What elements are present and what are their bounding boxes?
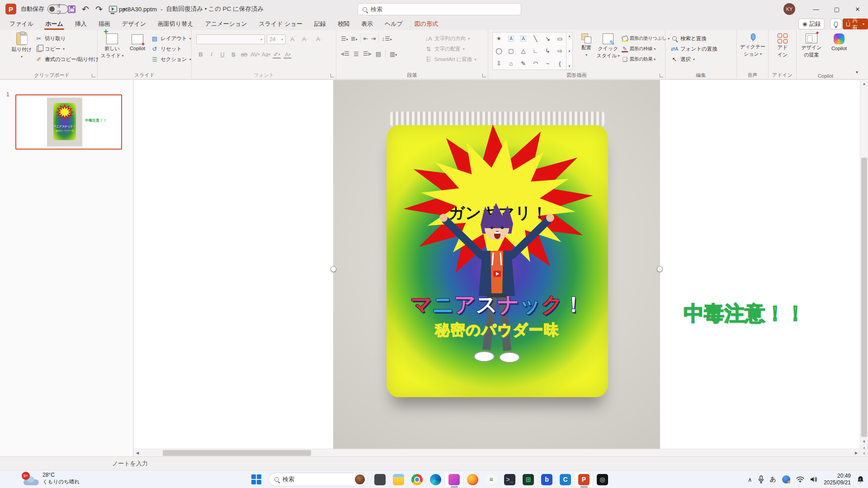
shape-option[interactable]: ╲ (534, 35, 538, 42)
taskbar-orange-ball-app[interactable] (463, 471, 482, 488)
clipboard-dialog-launcher[interactable] (92, 74, 95, 77)
snack-bag-picture[interactable]: ガンギマリ！ (333, 80, 660, 449)
ime-indicator[interactable]: あ (770, 475, 776, 483)
minimize-button[interactable]: — (806, 0, 826, 18)
text-shadow-button[interactable]: S (229, 50, 238, 59)
highlight-color-button[interactable]: ✐▾ (272, 50, 281, 59)
tab-ホーム[interactable]: ホーム (39, 18, 69, 30)
notes-bar[interactable]: ノートを入力 (0, 456, 868, 470)
taskbar-cyan-app[interactable]: C (556, 471, 575, 488)
scroll-left-icon[interactable]: ◀ (134, 449, 141, 457)
taskbar-search-box[interactable]: 検索 (269, 473, 368, 486)
taskbar-clock[interactable]: 20:49 2025/09/21 (824, 473, 851, 486)
quick-styles-button[interactable]: クイック スタイル▾ (596, 33, 620, 59)
start-button[interactable] (251, 474, 261, 484)
tab-挿入[interactable]: 挿入 (69, 18, 93, 30)
shape-option[interactable]: ▢ (508, 47, 514, 54)
vertical-scrollbar[interactable]: ▲ ▼ ∧ ∨ (860, 80, 868, 456)
columns-button[interactable]: ▥▾ (390, 51, 397, 57)
next-slide-icon[interactable]: ∨ (860, 450, 868, 457)
notification-bell-icon[interactable]: z (857, 475, 864, 483)
record-button[interactable]: ◉ 記録 (798, 19, 825, 29)
paragraph-dialog-launcher[interactable] (482, 74, 486, 77)
slide-side-text[interactable]: 中毒注意！！ (684, 300, 824, 327)
shape-option[interactable]: A (508, 36, 514, 42)
font-color-button[interactable]: A▾ (283, 50, 292, 59)
taskbar-terminal-app[interactable]: >_ (500, 471, 519, 488)
tab-図の形式[interactable]: 図の形式 (409, 18, 444, 30)
share-button[interactable]: 共有 ▾ (843, 19, 868, 29)
text-direction-button[interactable]: ↓A文字列の方向▾ (425, 34, 476, 43)
align-center-button[interactable]: ☰ (354, 51, 359, 57)
taskbar-blue-app[interactable]: b (538, 471, 556, 488)
font-name-combobox[interactable]: ▾ (196, 34, 265, 44)
tray-microphone-icon[interactable] (758, 475, 764, 483)
underline-button[interactable]: U (218, 50, 227, 59)
wifi-icon[interactable] (796, 476, 804, 483)
grow-font-button[interactable]: Aˆ (288, 34, 297, 43)
taskbar-file-explorer[interactable] (389, 471, 408, 488)
shape-option[interactable]: ↳ (545, 47, 550, 54)
paste-button[interactable]: 貼り付け ▾ (10, 33, 33, 60)
find-replace-button[interactable]: 検索と置換 (671, 34, 717, 43)
select-button[interactable]: ↖選択▾ (671, 55, 717, 64)
vertical-scroll-thumb[interactable] (861, 158, 867, 437)
bold-button[interactable]: B (196, 50, 205, 59)
replace-fonts-button[interactable]: ⇄Aフォントの置換 (671, 44, 717, 53)
shape-outline-button[interactable]: ✎図形の枠線▾ (621, 44, 665, 53)
taskbar-powerpoint[interactable]: P (575, 471, 593, 488)
cut-button[interactable]: ✂切り取り (35, 34, 99, 43)
tab-ヘルプ[interactable]: ヘルプ (379, 18, 409, 30)
shape-option[interactable]: ▭ (557, 35, 562, 42)
increase-indent-button[interactable]: ⇥ (371, 35, 376, 42)
tab-デザイン[interactable]: デザイン (116, 18, 152, 30)
hidden-icons-chevron-icon[interactable]: ∧ (748, 476, 752, 483)
shape-option[interactable]: ◠ (533, 60, 538, 67)
shape-option[interactable]: ↘ (545, 35, 550, 42)
align-text-button[interactable]: ⇅文字の配置▾ (425, 44, 476, 53)
new-slide-button[interactable]: 新しい スライド▾ (100, 33, 124, 59)
align-left-button[interactable]: ⫷☰ (341, 50, 349, 57)
shape-option[interactable]: { (559, 60, 561, 67)
maximize-button[interactable]: ▢ (826, 0, 847, 18)
format-painter-button[interactable]: ✐書式のコピー/貼り付け (35, 55, 99, 64)
taskbar-pink-app[interactable] (445, 471, 463, 488)
shapes-gallery-scroll[interactable]: ▴▾▾ (566, 32, 573, 70)
user-avatar[interactable]: KY (783, 3, 795, 15)
shape-effects-button[interactable]: ❏図形の効果▾ (621, 55, 665, 64)
numbering-button[interactable]: ≣▾ (351, 35, 358, 42)
slide-thumbnail[interactable]: マニアスナック！ 秘密のパウダー味 中毒注意！！ (15, 94, 122, 150)
italic-button[interactable]: I (207, 50, 216, 59)
designer-button[interactable]: デザイン の提案 (798, 33, 825, 58)
clear-formatting-button[interactable]: A◌ (315, 34, 324, 43)
character-spacing-button[interactable]: AV▾ (250, 50, 259, 59)
shape-option[interactable]: ∟ (533, 47, 538, 54)
reset-button[interactable]: ↺リセット (151, 44, 191, 53)
taskbar-weather-widget[interactable]: 9+ 28°C くもりのち晴れ (24, 472, 80, 485)
scroll-right-icon[interactable]: ▶ (853, 449, 860, 457)
shape-option[interactable]: △ (521, 47, 526, 54)
copilot-slides-button[interactable]: Copilot (126, 34, 149, 52)
selection-handle-left[interactable] (330, 266, 336, 272)
titlebar-search-box[interactable]: 検索 (358, 3, 521, 15)
undo-icon[interactable]: ↶ (82, 4, 89, 14)
shape-option[interactable]: ~ (546, 60, 550, 67)
bullets-button[interactable]: ☰▾ (341, 35, 348, 42)
close-button[interactable]: ✕ (847, 0, 868, 18)
strikethrough-button[interactable]: ab (240, 50, 249, 59)
tab-校閲[interactable]: 校閲 (332, 18, 355, 30)
horizontal-scrollbar[interactable]: ◀ ▶ (134, 449, 860, 456)
volume-icon[interactable] (810, 476, 818, 483)
tab-記録[interactable]: 記録 (308, 18, 332, 30)
dictate-button[interactable]: ディクテー ション▾ (739, 33, 767, 57)
copy-button[interactable]: コピー▾ (35, 44, 99, 53)
powerpoint-logo-icon[interactable]: P (5, 4, 16, 14)
tab-表示[interactable]: 表示 (355, 18, 379, 30)
start-slideshow-icon[interactable] (109, 6, 117, 12)
shape-option[interactable]: A (520, 36, 526, 42)
taskbar-edge[interactable] (426, 471, 445, 488)
redo-icon[interactable]: ↷ (95, 4, 103, 14)
save-icon[interactable] (68, 5, 75, 13)
tray-app-icon[interactable] (782, 475, 790, 483)
tab-ファイル[interactable]: ファイル (4, 18, 39, 30)
